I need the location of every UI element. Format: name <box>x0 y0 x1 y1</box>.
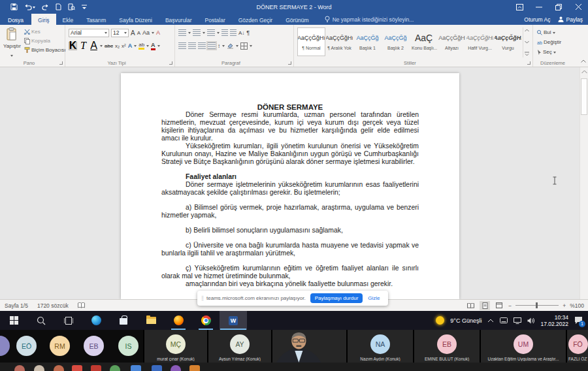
page-indicator[interactable]: Sayfa 1/5 <box>0 302 33 309</box>
text-effects-button[interactable]: A <box>128 42 133 49</box>
ribbon-tab[interactable]: Ekle <box>56 14 80 25</box>
align-right-icon[interactable] <box>198 42 206 49</box>
pen-input-icon[interactable] <box>500 317 508 323</box>
participant-tile[interactable]: MÇ murat çınar (Konuk) <box>144 330 207 363</box>
hide-link[interactable]: Gizle <box>368 295 380 301</box>
chevron-up-icon[interactable] <box>487 319 494 323</box>
ribbon-tab[interactable]: Gözden Geçir <box>232 14 279 25</box>
dock-app-icon[interactable] <box>152 365 162 371</box>
dock-app-icon[interactable] <box>72 365 82 371</box>
borders-icon[interactable] <box>240 42 248 50</box>
ribbon-tab[interactable]: Postalar <box>199 14 232 25</box>
multilevel-list-icon[interactable] <box>207 29 215 36</box>
participant-avatar[interactable]: IS <box>118 336 139 356</box>
proofing-icon[interactable] <box>73 302 90 308</box>
participant-tile[interactable]: NA Nazım Aydın (Konuk) <box>348 330 413 363</box>
read-mode-icon[interactable] <box>465 301 476 310</box>
style-card[interactable]: AaÇçĞğH Altyazı <box>438 28 465 56</box>
ribbon-tab[interactable]: Sayfa Düzeni <box>112 14 159 25</box>
style-card[interactable]: AaÇçĞğ Başlık 1 <box>354 28 381 56</box>
format-painter-button[interactable]: Biçim Boyacısı <box>24 46 66 54</box>
tell-me-box[interactable]: Ne yapmak istediğinizi söyleyin... <box>316 14 414 25</box>
cut-button[interactable]: Kes <box>24 27 66 36</box>
participant-avatar[interactable]: EB <box>84 336 104 356</box>
taskbar-file-explorer[interactable] <box>137 311 165 330</box>
paragraph-dialog-launcher-icon[interactable] <box>288 61 291 65</box>
dock-app-icon[interactable] <box>189 365 200 371</box>
font-color-button[interactable]: A <box>151 42 155 50</box>
zoom-out-button[interactable]: − <box>508 302 512 309</box>
share-button[interactable]: Paylaş <box>558 16 583 23</box>
change-case-button[interactable]: Aa <box>142 29 150 36</box>
zoom-slider-thumb[interactable] <box>536 302 538 308</box>
taskbar-firefox[interactable] <box>165 311 192 330</box>
gallery-more-icon[interactable] <box>525 52 529 56</box>
italic-button[interactable]: T <box>79 42 88 50</box>
justify-icon[interactable] <box>208 42 216 49</box>
ribbon-tab[interactable]: Dosya <box>0 14 31 25</box>
taskbar-edge[interactable] <box>82 311 110 330</box>
clear-formatting-button[interactable]: A <box>156 29 160 36</box>
action-center-icon[interactable]: 1 <box>574 316 583 325</box>
participant-tile[interactable]: UM Uzaktan Eğitim Uygulama ve Araştır... <box>481 330 566 363</box>
restore-icon[interactable] <box>549 0 568 14</box>
dock-app-icon[interactable] <box>34 365 44 371</box>
clipboard-dialog-launcher-icon[interactable] <box>59 61 63 65</box>
strikethrough-button[interactable]: abc <box>105 43 113 49</box>
ribbon-tab[interactable]: Başvurular <box>159 14 199 25</box>
pilcrow-icon[interactable]: ¶ <box>246 29 250 36</box>
style-card[interactable]: AaÇçĞğHı Vurgu <box>495 28 521 56</box>
font-size-select[interactable]: 12 <box>111 29 129 37</box>
start-button[interactable] <box>0 311 27 330</box>
gallery-up-icon[interactable] <box>525 29 529 32</box>
print-preview-icon[interactable] <box>68 3 75 10</box>
taskbar-chrome[interactable] <box>192 311 220 330</box>
find-button[interactable]: Bul <box>536 28 570 37</box>
undo-dropdown-icon[interactable] <box>33 7 35 10</box>
close-icon[interactable] <box>568 0 588 14</box>
ribbon-display-options-icon[interactable] <box>510 0 529 14</box>
font-family-select[interactable]: Arial <box>69 29 109 37</box>
customize-qat-icon[interactable] <box>82 5 87 10</box>
replace-button[interactable]: ab Değiştir <box>536 38 570 46</box>
align-left-icon[interactable] <box>178 42 186 49</box>
numbering-icon[interactable] <box>193 29 201 36</box>
taskbar-word[interactable]: W <box>220 311 247 330</box>
copy-button[interactable]: Kopyala <box>24 37 66 45</box>
participant-tile[interactable]: AY Aysun Yılmaz (Konuk) <box>208 330 271 363</box>
undo-icon[interactable] <box>24 4 35 10</box>
align-center-icon[interactable] <box>188 42 196 49</box>
style-card[interactable]: AaÇçĞğHı ¶ Aralık Yok <box>326 28 353 56</box>
participant-tile[interactable]: FÖ FAZLI ÖZTEL (Konu <box>567 330 588 363</box>
dock-app-icon[interactable] <box>110 365 120 371</box>
participant-tile[interactable]: EB EMİNE BULUT (Konuk) <box>414 330 480 363</box>
participant-tile[interactable] <box>272 330 346 363</box>
sign-in-button[interactable]: Oturum Aç <box>524 16 550 23</box>
weather-text[interactable]: 9°C Güneşli <box>450 317 482 324</box>
dock-app-icon[interactable] <box>14 365 25 371</box>
superscript-button[interactable]: x² <box>122 43 126 49</box>
ribbon-tab[interactable]: Giriş <box>31 14 56 25</box>
scrollbar-thumb[interactable] <box>581 78 587 115</box>
styles-dialog-launcher-icon[interactable] <box>527 61 531 65</box>
gallery-down-icon[interactable] <box>525 40 529 44</box>
subscript-button[interactable]: x₂ <box>115 43 120 49</box>
ribbon-tab[interactable]: Görünüm <box>279 14 315 25</box>
new-doc-icon[interactable] <box>56 3 61 10</box>
dock-app-icon[interactable] <box>171 365 181 371</box>
zoom-slider[interactable] <box>515 305 559 306</box>
select-button[interactable]: Seç <box>536 48 570 56</box>
bullets-icon[interactable] <box>178 29 186 36</box>
sort-icon[interactable]: A↓ <box>238 30 244 36</box>
taskbar-clock[interactable]: 10:34 17.02.2022 <box>540 314 568 327</box>
bold-button[interactable]: K <box>69 42 77 50</box>
participant-avatar-group[interactable]: EÖ RM EB IS <box>0 330 143 363</box>
vertical-scrollbar[interactable] <box>580 67 588 299</box>
paste-dropdown-icon[interactable] <box>10 55 13 58</box>
taskbar-store[interactable] <box>110 311 137 330</box>
paste-button[interactable]: Yapıştır <box>3 27 21 57</box>
zoom-in-button[interactable]: + <box>563 302 566 309</box>
decrease-indent-icon[interactable] <box>221 29 228 36</box>
participant-avatar[interactable]: RM <box>50 336 70 356</box>
dock-app-icon[interactable] <box>54 365 64 371</box>
